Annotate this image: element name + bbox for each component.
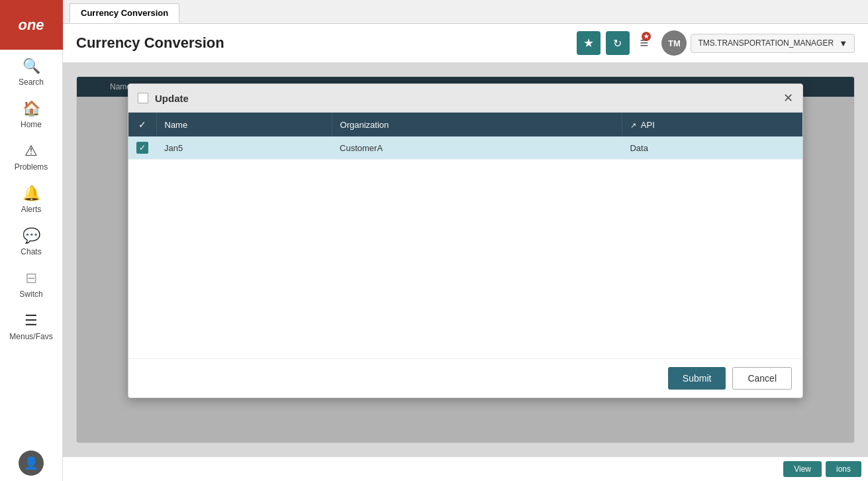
sidebar-item-menus[interactable]: ☰ Menus/Favs: [0, 304, 62, 347]
table-header-row: ✓ Name Organization ↗ API: [128, 113, 802, 136]
th-checkbox: ✓: [128, 113, 156, 136]
sidebar: one 🔍 Search 🏠 Home ⚠ Problems 🔔 Alerts …: [0, 0, 63, 481]
sidebar-item-search[interactable]: 🔍 Search: [0, 50, 62, 92]
sidebar-item-user-avatar[interactable]: 👤: [0, 443, 62, 481]
sidebar-item-label: Menus/Favs: [9, 332, 52, 341]
bottom-bar: View ions: [63, 456, 868, 481]
sidebar-item-label: Search: [19, 78, 44, 87]
bell-icon: 🔔: [23, 185, 40, 202]
user-icon: 👤: [24, 456, 38, 470]
table-row[interactable]: ✓ Jan5 CustomerA Data: [128, 136, 802, 160]
checked-icon: ✓: [136, 142, 148, 154]
sidebar-item-label: Switch: [19, 290, 42, 299]
tab-bar: Currency Conversion: [63, 0, 868, 24]
row-name: Jan5: [156, 136, 332, 160]
row-checkbox[interactable]: ✓: [128, 136, 156, 160]
options-button[interactable]: ions: [826, 461, 861, 477]
modal-close-button[interactable]: ✕: [783, 91, 793, 105]
app-logo[interactable]: one: [0, 0, 63, 50]
header-checkmark-icon: ✓: [138, 119, 146, 130]
refresh-icon: ↻: [613, 37, 622, 50]
modal-footer: Submit Cancel: [128, 358, 802, 398]
refresh-button[interactable]: ↻: [606, 31, 630, 55]
update-modal: Update ✕ ✓ Name: [128, 83, 803, 398]
cancel-button[interactable]: Cancel: [732, 367, 792, 390]
sidebar-item-label: Home: [21, 120, 42, 129]
dropdown-arrow-icon: ▼: [839, 38, 847, 48]
page-title: Currency Conversion: [76, 34, 577, 52]
sidebar-item-problems[interactable]: ⚠ Problems: [0, 134, 62, 177]
main-content: Currency Conversion Currency Conversion …: [63, 0, 868, 481]
sidebar-item-home[interactable]: 🏠 Home: [0, 92, 62, 134]
user-avatar: TM: [661, 30, 687, 56]
sidebar-item-alerts[interactable]: 🔔 Alerts: [0, 177, 62, 219]
view-button[interactable]: View: [783, 461, 822, 477]
page-header: Currency Conversion ★ ↻ ≡ ★ TM TMS.TRANS…: [63, 24, 868, 63]
content-area: Name Type From Currency To Currency Rate…: [63, 63, 868, 456]
sidebar-item-label: Alerts: [21, 205, 42, 214]
submit-button[interactable]: Submit: [668, 367, 726, 390]
modal-header-checkbox[interactable]: [138, 93, 148, 103]
modal-overlay: Update ✕ ✓ Name: [77, 77, 854, 443]
background-table: Name Type From Currency To Currency Rate…: [76, 76, 855, 443]
notification-badge: ★: [642, 32, 651, 41]
chat-icon: 💬: [23, 227, 40, 244]
th-api: ↗ API: [622, 113, 802, 136]
modal-empty-space: [128, 160, 802, 358]
modal-header: Update ✕: [128, 84, 802, 113]
menu-icon: ☰: [24, 312, 38, 329]
switch-icon: ⊟: [25, 270, 37, 287]
search-icon: 🔍: [23, 58, 40, 75]
star-button[interactable]: ★: [577, 31, 601, 55]
notification-area[interactable]: ≡ ★: [640, 34, 649, 52]
sidebar-item-label: Problems: [15, 162, 48, 172]
sidebar-item-chats[interactable]: 💬 Chats: [0, 219, 62, 262]
modal-table: ✓ Name Organization ↗ API: [128, 113, 802, 160]
row-organization: CustomerA: [332, 136, 622, 160]
external-link-icon: ↗: [630, 121, 636, 129]
modal-body: ✓ Name Organization ↗ API: [128, 113, 802, 358]
header-actions: ★ ↻ ≡ ★ TM TMS.TRANSPORTATION_MANAGER ▼: [577, 30, 855, 56]
warning-icon: ⚠: [24, 142, 38, 160]
th-organization: Organization: [332, 113, 622, 136]
tab-currency-conversion[interactable]: Currency Conversion: [70, 3, 179, 23]
home-icon: 🏠: [23, 100, 40, 117]
sidebar-item-label: Chats: [21, 247, 41, 256]
user-dropdown[interactable]: TMS.TRANSPORTATION_MANAGER ▼: [691, 34, 855, 53]
row-api: Data: [622, 136, 802, 160]
th-name: Name: [156, 113, 332, 136]
sidebar-item-switch[interactable]: ⊟ Switch: [0, 262, 62, 304]
modal-title: Update: [155, 93, 783, 104]
user-area: TM TMS.TRANSPORTATION_MANAGER ▼: [661, 30, 855, 56]
star-icon: ★: [583, 36, 594, 50]
